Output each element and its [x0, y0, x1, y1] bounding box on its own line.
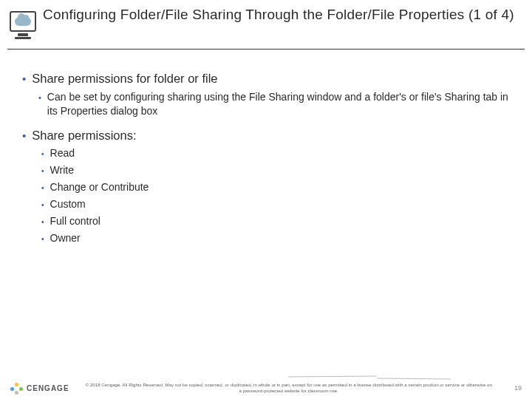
bullet-icon: • — [41, 149, 44, 160]
bullet-icon: • — [41, 183, 44, 194]
bullet-level3: •Full control — [41, 215, 510, 228]
bullet-icon: • — [41, 166, 44, 177]
bullet-text: Owner — [50, 232, 81, 244]
brand-name: CENGAGE — [27, 384, 69, 392]
slide-title: Configuring Folder/File Sharing Through … — [38, 6, 525, 24]
bullet-text: Share permissions for folder or file — [32, 72, 217, 86]
bullet-level1: • Share permissions: •Read •Write •Chang… — [22, 129, 510, 245]
bullet-text: Change or Contribute — [50, 181, 149, 193]
computer-cloud-icon — [7, 6, 38, 37]
brand-mark-icon — [10, 381, 24, 395]
slide-body: • Share permissions for folder or file •… — [0, 50, 532, 245]
bullet-level3: •Change or Contribute — [41, 181, 510, 194]
bullet-level1: • Share permissions for folder or file •… — [22, 72, 510, 118]
copyright-text: © 2018 Cengage. All Rights Reserved. May… — [69, 382, 508, 394]
slide-footer: CENGAGE © 2018 Cengage. All Rights Reser… — [0, 381, 532, 395]
bullet-level2: • Can be set by configuring sharing usin… — [38, 90, 510, 118]
brand-logo: CENGAGE — [10, 381, 69, 395]
slide-header: Configuring Folder/File Sharing Through … — [0, 0, 532, 40]
bullet-icon: • — [38, 92, 41, 103]
bullet-icon: • — [22, 130, 26, 141]
bullet-text: Full control — [50, 215, 100, 227]
slide: Configuring Folder/File Sharing Through … — [0, 0, 532, 399]
decorative-lines — [288, 374, 451, 381]
bullet-level3: •Custom — [41, 198, 510, 211]
bullet-text: Can be set by configuring sharing using … — [47, 90, 510, 118]
page-number: 19 — [508, 384, 522, 392]
bullet-icon: • — [41, 217, 44, 228]
bullet-icon: • — [41, 200, 44, 211]
bullet-text: Read — [50, 147, 75, 159]
bullet-level3: •Read — [41, 147, 510, 160]
bullet-text: Share permissions: — [32, 129, 136, 143]
bullet-text: Custom — [50, 198, 86, 210]
bullet-text: Write — [50, 164, 74, 176]
bullet-icon: • — [41, 234, 44, 245]
bullet-level3: •Owner — [41, 232, 510, 245]
bullet-level3: •Write — [41, 164, 510, 177]
bullet-icon: • — [22, 73, 26, 84]
